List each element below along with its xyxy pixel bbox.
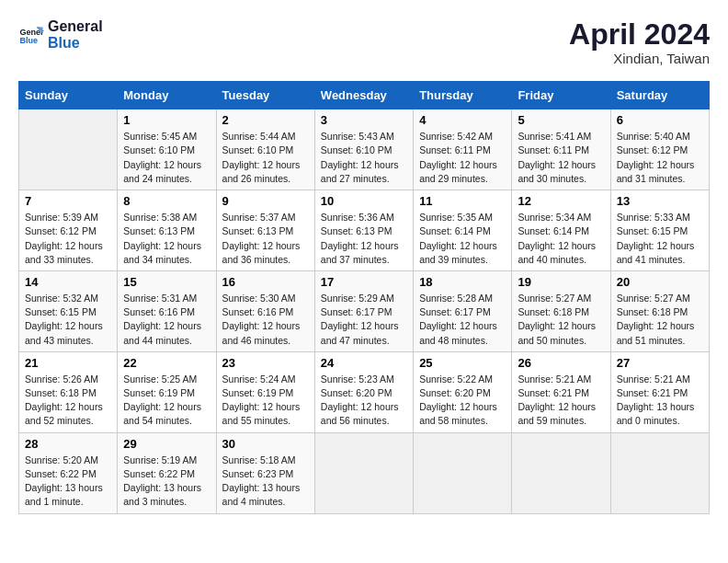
logo-text-general: General: [48, 18, 103, 35]
page-header: General Blue General Blue April 2024 Xin…: [18, 18, 710, 66]
day-number: 15: [123, 275, 210, 289]
day-info: Sunrise: 5:38 AMSunset: 6:13 PMDaylight:…: [123, 211, 210, 267]
day-info: Sunrise: 5:39 AMSunset: 6:12 PMDaylight:…: [25, 211, 111, 267]
day-info: Sunrise: 5:20 AMSunset: 6:22 PMDaylight:…: [25, 454, 111, 510]
calendar-cell: 23Sunrise: 5:24 AMSunset: 6:19 PMDayligh…: [216, 351, 314, 432]
day-number: 1: [123, 113, 210, 127]
calendar-cell: [314, 432, 413, 513]
day-info: Sunrise: 5:18 AMSunset: 6:23 PMDaylight:…: [222, 454, 309, 510]
day-info: Sunrise: 5:21 AMSunset: 6:21 PMDaylight:…: [518, 373, 604, 429]
day-header-wednesday: Wednesday: [314, 82, 413, 109]
day-number: 26: [518, 356, 604, 370]
day-info: Sunrise: 5:28 AMSunset: 6:17 PMDaylight:…: [419, 292, 506, 348]
day-number: 6: [617, 113, 703, 127]
day-info: Sunrise: 5:26 AMSunset: 6:18 PMDaylight:…: [25, 373, 111, 429]
day-number: 7: [25, 194, 111, 208]
day-number: 17: [321, 275, 407, 289]
day-header-tuesday: Tuesday: [216, 82, 314, 109]
calendar-cell: 9Sunrise: 5:37 AMSunset: 6:13 PMDaylight…: [216, 190, 314, 271]
calendar-cell: 28Sunrise: 5:20 AMSunset: 6:22 PMDayligh…: [19, 432, 118, 513]
calendar-cell: 27Sunrise: 5:21 AMSunset: 6:21 PMDayligh…: [610, 351, 709, 432]
day-info: Sunrise: 5:44 AMSunset: 6:10 PMDaylight:…: [222, 130, 309, 186]
calendar-cell: 30Sunrise: 5:18 AMSunset: 6:23 PMDayligh…: [216, 432, 314, 513]
day-info: Sunrise: 5:36 AMSunset: 6:13 PMDaylight:…: [321, 211, 407, 267]
week-row-5: 28Sunrise: 5:20 AMSunset: 6:22 PMDayligh…: [19, 432, 710, 513]
day-number: 8: [123, 194, 210, 208]
day-info: Sunrise: 5:24 AMSunset: 6:19 PMDaylight:…: [222, 373, 309, 429]
day-info: Sunrise: 5:34 AMSunset: 6:14 PMDaylight:…: [518, 211, 604, 267]
calendar-cell: 8Sunrise: 5:38 AMSunset: 6:13 PMDaylight…: [118, 190, 216, 271]
calendar-cell: 11Sunrise: 5:35 AMSunset: 6:14 PMDayligh…: [414, 190, 512, 271]
calendar-header-row: SundayMondayTuesdayWednesdayThursdayFrid…: [19, 82, 710, 109]
calendar-cell: 10Sunrise: 5:36 AMSunset: 6:13 PMDayligh…: [314, 190, 413, 271]
calendar-cell: [512, 432, 610, 513]
calendar-cell: 19Sunrise: 5:27 AMSunset: 6:18 PMDayligh…: [512, 270, 610, 351]
day-info: Sunrise: 5:33 AMSunset: 6:15 PMDaylight:…: [617, 211, 703, 267]
day-number: 2: [222, 113, 309, 127]
calendar-cell: 24Sunrise: 5:23 AMSunset: 6:20 PMDayligh…: [314, 351, 413, 432]
week-row-4: 21Sunrise: 5:26 AMSunset: 6:18 PMDayligh…: [19, 351, 710, 432]
day-info: Sunrise: 5:41 AMSunset: 6:11 PMDaylight:…: [518, 130, 604, 186]
day-number: 25: [419, 356, 506, 370]
day-info: Sunrise: 5:29 AMSunset: 6:17 PMDaylight:…: [321, 292, 407, 348]
calendar-cell: [19, 109, 118, 190]
day-number: 27: [617, 356, 703, 370]
calendar-cell: 6Sunrise: 5:40 AMSunset: 6:12 PMDaylight…: [610, 109, 709, 190]
calendar-cell: [610, 432, 709, 513]
calendar-cell: 21Sunrise: 5:26 AMSunset: 6:18 PMDayligh…: [19, 351, 118, 432]
day-number: 4: [419, 113, 506, 127]
day-info: Sunrise: 5:40 AMSunset: 6:12 PMDaylight:…: [617, 130, 703, 186]
day-header-friday: Friday: [512, 82, 610, 109]
day-info: Sunrise: 5:22 AMSunset: 6:20 PMDaylight:…: [419, 373, 506, 429]
month-title: April 2024: [569, 18, 710, 51]
day-number: 29: [123, 437, 210, 451]
day-header-thursday: Thursday: [414, 82, 512, 109]
calendar-table: SundayMondayTuesdayWednesdayThursdayFrid…: [18, 81, 710, 513]
location-label: Xindian, Taiwan: [569, 51, 710, 66]
title-block: April 2024 Xindian, Taiwan: [569, 18, 710, 66]
calendar-cell: [414, 432, 512, 513]
calendar-cell: 29Sunrise: 5:19 AMSunset: 6:22 PMDayligh…: [118, 432, 216, 513]
calendar-cell: 4Sunrise: 5:42 AMSunset: 6:11 PMDaylight…: [414, 109, 512, 190]
calendar-cell: 1Sunrise: 5:45 AMSunset: 6:10 PMDaylight…: [118, 109, 216, 190]
calendar-cell: 12Sunrise: 5:34 AMSunset: 6:14 PMDayligh…: [512, 190, 610, 271]
calendar-cell: 13Sunrise: 5:33 AMSunset: 6:15 PMDayligh…: [610, 190, 709, 271]
logo: General Blue General Blue: [18, 18, 103, 51]
day-number: 22: [123, 356, 210, 370]
day-header-monday: Monday: [118, 82, 216, 109]
day-header-saturday: Saturday: [610, 82, 709, 109]
day-info: Sunrise: 5:31 AMSunset: 6:16 PMDaylight:…: [123, 292, 210, 348]
day-info: Sunrise: 5:19 AMSunset: 6:22 PMDaylight:…: [123, 454, 210, 510]
day-info: Sunrise: 5:42 AMSunset: 6:11 PMDaylight:…: [419, 130, 506, 186]
day-info: Sunrise: 5:27 AMSunset: 6:18 PMDaylight:…: [518, 292, 604, 348]
day-info: Sunrise: 5:30 AMSunset: 6:16 PMDaylight:…: [222, 292, 309, 348]
logo-icon: General Blue: [18, 22, 44, 48]
day-number: 30: [222, 437, 309, 451]
day-number: 12: [518, 194, 604, 208]
svg-text:Blue: Blue: [19, 36, 38, 45]
calendar-cell: 17Sunrise: 5:29 AMSunset: 6:17 PMDayligh…: [314, 270, 413, 351]
day-number: 23: [222, 356, 309, 370]
day-info: Sunrise: 5:35 AMSunset: 6:14 PMDaylight:…: [419, 211, 506, 267]
calendar-cell: 22Sunrise: 5:25 AMSunset: 6:19 PMDayligh…: [118, 351, 216, 432]
calendar-cell: 2Sunrise: 5:44 AMSunset: 6:10 PMDaylight…: [216, 109, 314, 190]
day-number: 18: [419, 275, 506, 289]
calendar-cell: 3Sunrise: 5:43 AMSunset: 6:10 PMDaylight…: [314, 109, 413, 190]
day-number: 3: [321, 113, 407, 127]
day-number: 9: [222, 194, 309, 208]
day-info: Sunrise: 5:43 AMSunset: 6:10 PMDaylight:…: [321, 130, 407, 186]
day-info: Sunrise: 5:25 AMSunset: 6:19 PMDaylight:…: [123, 373, 210, 429]
day-info: Sunrise: 5:32 AMSunset: 6:15 PMDaylight:…: [25, 292, 111, 348]
calendar-cell: 26Sunrise: 5:21 AMSunset: 6:21 PMDayligh…: [512, 351, 610, 432]
calendar-cell: 15Sunrise: 5:31 AMSunset: 6:16 PMDayligh…: [118, 270, 216, 351]
calendar-cell: 7Sunrise: 5:39 AMSunset: 6:12 PMDaylight…: [19, 190, 118, 271]
calendar-cell: 20Sunrise: 5:27 AMSunset: 6:18 PMDayligh…: [610, 270, 709, 351]
week-row-1: 1Sunrise: 5:45 AMSunset: 6:10 PMDaylight…: [19, 109, 710, 190]
week-row-3: 14Sunrise: 5:32 AMSunset: 6:15 PMDayligh…: [19, 270, 710, 351]
logo-text-blue: Blue: [48, 35, 103, 52]
day-number: 5: [518, 113, 604, 127]
calendar-cell: 5Sunrise: 5:41 AMSunset: 6:11 PMDaylight…: [512, 109, 610, 190]
day-number: 24: [321, 356, 407, 370]
day-number: 20: [617, 275, 703, 289]
day-number: 11: [419, 194, 506, 208]
